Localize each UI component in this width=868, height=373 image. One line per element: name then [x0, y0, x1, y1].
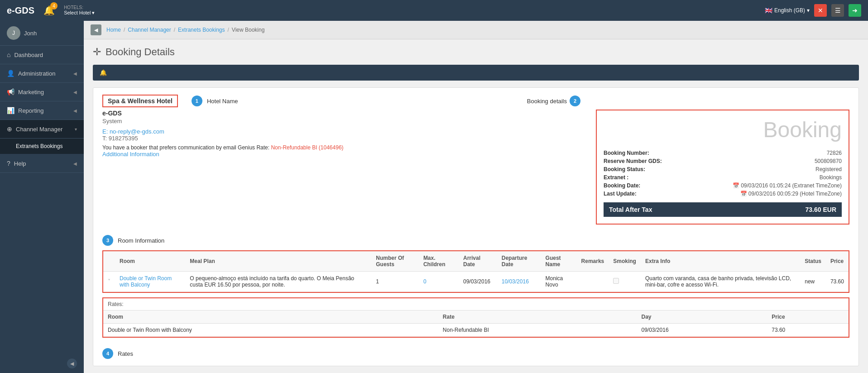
sidebar-subitem-extranets[interactable]: Extranets Bookings [0, 139, 84, 154]
admin-icon: 👤 [7, 70, 14, 77]
chevron-help-icon: ◀ [73, 161, 77, 166]
arrival-cell: 09/03/2016 [459, 272, 497, 292]
hotel-name-row: Spa & Wellness Hotel 1 Hotel Name Bookin… [93, 88, 858, 110]
close-nav-button[interactable]: ✕ [814, 4, 827, 17]
extra-info-cell: Quarto com varanda, casa de banho privad… [641, 272, 800, 292]
rates-th-rate: Rate [438, 311, 637, 324]
rates-th-day: Day [637, 311, 767, 324]
annotation-1-label: Hotel Name [207, 98, 238, 105]
room-info-label: Room Information [118, 237, 164, 244]
guests-cell: 1 [371, 272, 419, 292]
rates-table-row: Double or Twin Room with Balcony Non-Ref… [103, 324, 849, 337]
departure-cell: 10/03/2016 [497, 272, 541, 292]
sidebar-item-help[interactable]: ? Help ◀ [0, 154, 84, 173]
menu-nav-button[interactable]: ☰ [831, 4, 844, 17]
expand-cell[interactable]: ˅ [103, 272, 115, 292]
rates-day-cell: 09/03/2016 [637, 324, 767, 337]
rates-annotation-label: Rates [118, 350, 133, 357]
hotel-select-value[interactable]: Select Hotel [64, 10, 95, 16]
go-nav-button[interactable]: ➜ [849, 4, 861, 17]
th-guest-name: Guest Name [541, 251, 577, 272]
rates-th-price: Price [767, 311, 849, 324]
booking-header: e-GDS System E: no-reply@e-gds.com T: 91… [93, 110, 858, 231]
genius-text: You have a booker that prefers communica… [102, 144, 587, 151]
extranet-row: Extranet : Bookings [604, 173, 842, 182]
room-info-annotation: 3 Room Information [93, 231, 858, 248]
bubble-1: 1 [192, 96, 202, 106]
sender-company: e-GDS [102, 110, 587, 117]
rates-price-cell: 73.60 [767, 324, 849, 337]
marketing-icon: 📢 [7, 88, 14, 96]
chevron-down-icon: ▾ [807, 7, 810, 14]
room-name-link[interactable]: Double or Twin Room with Balcony [120, 275, 172, 288]
table-row: ˅ Double or Twin Room with Balcony O peq… [103, 272, 849, 292]
th-extra-info: Extra Info [641, 251, 800, 272]
hotel-selector[interactable]: HOTELS: Select Hotel [64, 5, 95, 16]
breadcrumb-extranets[interactable]: Extranets Bookings [178, 27, 225, 33]
chevron-reporting-icon: ◀ [73, 108, 77, 113]
breadcrumb-current: View Booking [232, 27, 265, 33]
total-after-tax: Total After Tax 73.60 EUR [604, 202, 842, 217]
sidebar-item-channel-manager[interactable]: ⊕ Channel Manager ▾ [0, 120, 84, 139]
smoking-checkbox[interactable] [613, 278, 619, 284]
sidebar-nav: ⌂ Dashboard 👤 Administration ◀ 📢 Marketi… [0, 46, 84, 354]
genius-rate: Non-Refundable BI (1046496) [271, 144, 343, 151]
children-cell: 0 [419, 272, 459, 292]
page-title-icon: ✛ [93, 46, 101, 58]
breadcrumb-home[interactable]: Home [106, 27, 121, 33]
page-title-text: Booking Details [106, 46, 175, 58]
booking-status-row: Booking Status: Registered [604, 165, 842, 173]
sidebar-item-dashboard[interactable]: ⌂ Dashboard [0, 46, 84, 64]
sidebar-item-marketing[interactable]: 📢 Marketing ◀ [0, 83, 84, 101]
bubble-4: 4 [102, 348, 113, 359]
language-label: English (GB) [774, 7, 805, 14]
sidebar-label-administration: Administration [18, 70, 55, 77]
collapse-btn[interactable]: ◀ [67, 359, 77, 368]
price-cell: 73.60 [826, 272, 849, 292]
annotation-2-label: Booking details [527, 98, 567, 105]
rates-table: Room Rate Day Price Double or Twin Room … [103, 311, 849, 337]
rates-table-header: Room Rate Day Price [103, 311, 849, 324]
remarks-cell [577, 272, 609, 292]
th-expand [103, 251, 115, 272]
notification-bell[interactable]: 🔔 4 [43, 5, 55, 16]
notification-badge: 4 [50, 2, 58, 10]
th-price: Price [826, 251, 849, 272]
reserve-gds-row: Reserve Number GDS: 500809870 [604, 157, 842, 165]
chevron-channel-icon: ▾ [75, 127, 77, 132]
sidebar-item-reporting[interactable]: 📊 Reporting ◀ [0, 101, 84, 120]
booking-number-row: Booking Number: 72826 [604, 149, 842, 157]
sidebar-label-reporting: Reporting [18, 107, 43, 114]
sidebar-user: J Jonh [0, 21, 84, 46]
additional-info-link[interactable]: Additional Information [102, 151, 587, 158]
booking-container: Spa & Wellness Hotel 1 Hotel Name Bookin… [93, 87, 859, 366]
reporting-icon: 📊 [7, 107, 14, 114]
breadcrumb-back-button[interactable]: ◀ [91, 24, 101, 35]
smoking-cell [609, 272, 641, 292]
sidebar: J Jonh ⌂ Dashboard 👤 Administration ◀ 📢 [0, 21, 84, 373]
sender-email: E: no-reply@e-gds.com [102, 128, 587, 135]
breadcrumb-channel[interactable]: Channel Manager [128, 27, 171, 33]
total-value: 73.60 EUR [806, 206, 836, 213]
meal-plan-cell: O pequeno-almoço está incluído na tarifa… [185, 272, 371, 292]
room-table: Room Meal Plan Number Of Guests Max. Chi… [103, 251, 849, 292]
page-title: ✛ Booking Details [93, 46, 859, 58]
hotel-name-box: Spa & Wellness Hotel [102, 95, 178, 107]
annotation-1: 1 Hotel Name [192, 96, 238, 106]
bubble-3: 3 [102, 235, 113, 246]
sidebar-collapse[interactable]: ◀ [0, 354, 84, 373]
sidebar-label-dashboard: Dashboard [14, 52, 43, 58]
language-selector[interactable]: 🇬🇧 English (GB) ▾ [765, 7, 810, 14]
booking-details-panel: Booking Booking Number: 72826 Reserve Nu… [596, 110, 849, 225]
dashboard-icon: ⌂ [7, 51, 10, 58]
th-departure: Departure Date [497, 251, 541, 272]
sender-phone: T: 918275395 [102, 135, 587, 142]
sidebar-item-administration[interactable]: 👤 Administration ◀ [0, 64, 84, 83]
status-cell: new [800, 272, 826, 292]
last-update-row: Last Update: 📅 09/03/2016 00:05:29 (Hote… [604, 190, 842, 198]
annotation-2: Booking details 2 [527, 96, 582, 106]
th-status: Status [800, 251, 826, 272]
th-children: Max. Children [419, 251, 459, 272]
flag-icon: 🇬🇧 [765, 7, 772, 14]
main-layout: J Jonh ⌂ Dashboard 👤 Administration ◀ 📢 [0, 21, 868, 373]
